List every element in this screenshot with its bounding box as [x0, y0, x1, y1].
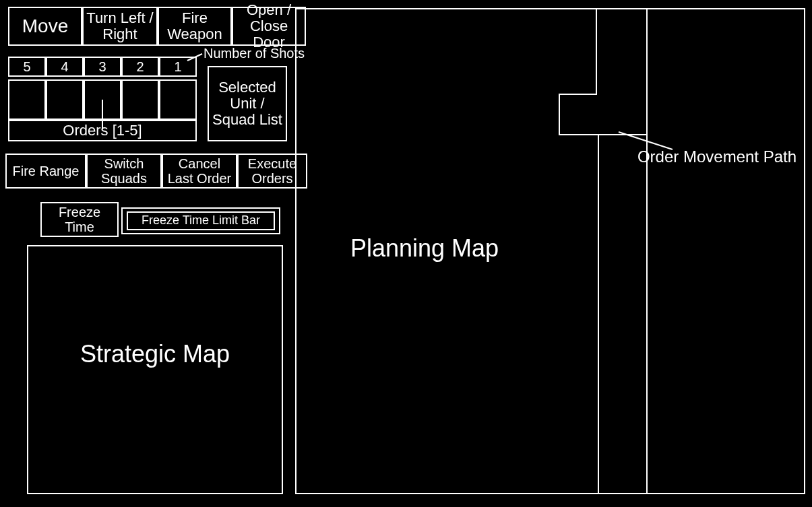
shots-5[interactable]: 5 — [8, 57, 46, 77]
order-slot-1[interactable] — [8, 79, 46, 120]
fire-range-button[interactable]: Fire Range — [5, 154, 86, 189]
order-slot-4[interactable] — [121, 79, 159, 120]
strategic-map-label: Strategic Map — [80, 341, 230, 368]
fire-weapon-button[interactable]: Fire Weapon — [158, 7, 232, 46]
turn-button[interactable]: Turn Left / Right — [82, 7, 158, 46]
shots-3[interactable]: 3 — [84, 57, 121, 77]
order-slot-2[interactable] — [46, 79, 84, 120]
layout-diagram: Move Turn Left / Right Fire Weapon Open … — [0, 0, 812, 507]
shots-2[interactable]: 2 — [121, 57, 159, 77]
order-slot-5[interactable] — [159, 79, 197, 120]
order-slot-3[interactable] — [84, 79, 121, 120]
shots-4[interactable]: 4 — [46, 57, 84, 77]
cancel-last-order-button[interactable]: Cancel Last Order — [162, 154, 237, 189]
strategic-map-panel[interactable]: Strategic Map — [27, 245, 283, 494]
order-movement-path-label: Order Movement Path — [631, 148, 803, 166]
move-button[interactable]: Move — [8, 7, 82, 46]
shots-1[interactable]: 1 — [159, 57, 197, 77]
planning-map-panel[interactable]: Planning Map — [295, 8, 805, 494]
orders-caption: Orders [1-5] — [8, 120, 197, 141]
switch-squads-button[interactable]: Switch Squads — [86, 154, 162, 189]
freeze-time-button[interactable]: Freeze Time — [40, 202, 119, 237]
selected-unit-squad-list[interactable]: Selected Unit / Squad List — [208, 66, 287, 141]
number-of-shots-label: Number of Shots — [197, 46, 311, 61]
planning-map-label: Planning Map — [337, 235, 512, 262]
freeze-time-limit-bar: Freeze Time Limit Bar — [127, 211, 275, 230]
